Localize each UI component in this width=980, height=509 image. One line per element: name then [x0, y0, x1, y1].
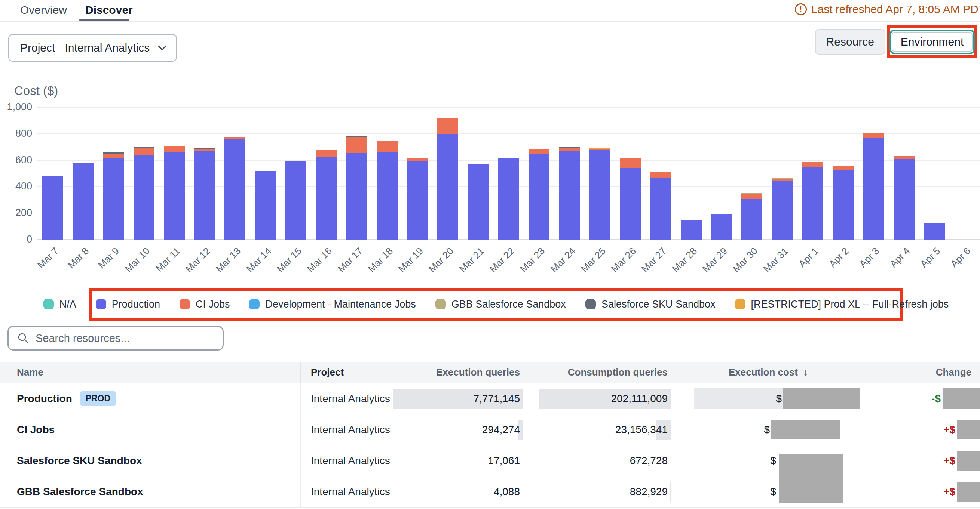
x-axis-label: Mar 16: [301, 245, 334, 279]
resource-name[interactable]: CI Jobs: [17, 424, 55, 436]
project-name: Internal Analytics: [311, 393, 390, 405]
tab-overview[interactable]: Overview: [20, 4, 67, 16]
resource-toggle-button[interactable]: Resource: [815, 29, 885, 55]
redacted-change-block: [957, 482, 980, 501]
bar-mar-23[interactable]: [528, 0, 549, 239]
chart-title: Cost ($): [14, 84, 58, 98]
bar-mar-18[interactable]: [377, 0, 398, 239]
segment-production: [224, 140, 245, 239]
legend-label: GBB Salesforce Sandbox: [452, 299, 566, 310]
project-filter-dropdown[interactable]: Project Internal Analytics: [8, 34, 177, 62]
y-axis-tick: 400: [0, 181, 32, 192]
segment-production: [346, 153, 368, 239]
segment--restricted-prod-xl-full-refresh-jobs: [590, 147, 611, 149]
bar-mar-21[interactable]: [468, 0, 489, 239]
last-refreshed-status: ! Last refreshed Apr 7, 8:05 AM PDT: [795, 3, 980, 16]
last-refreshed-text: Last refreshed Apr 7, 8:05 AM PDT: [811, 3, 980, 16]
legend-item-ci-jobs[interactable]: CI Jobs: [180, 299, 230, 310]
legend-item-development-maintenance-jobs[interactable]: Development - Maintenance Jobs: [249, 299, 415, 310]
search-icon: [18, 333, 29, 344]
bar-mar-25[interactable]: [590, 0, 611, 239]
bar-mar-31[interactable]: [772, 0, 793, 239]
col-header-consumption-queries[interactable]: Consumption queries: [568, 366, 668, 378]
x-axis-label: Mar 18: [362, 245, 395, 279]
segment-production: [833, 170, 854, 239]
col-header-execution-queries[interactable]: Execution queries: [436, 366, 520, 378]
col-header-name[interactable]: Name: [17, 366, 43, 378]
x-axis-label: Mar 30: [726, 245, 760, 279]
sort-desc-icon[interactable]: ↓: [803, 366, 808, 378]
environment-toggle-button[interactable]: Environment: [892, 32, 972, 52]
gridline-400: [37, 186, 980, 187]
change-sign: +$: [943, 455, 955, 467]
bar-mar-28[interactable]: [681, 0, 702, 239]
segment-ci-jobs: [559, 147, 580, 151]
segment-gbb-salesforce-sandbox: [863, 133, 884, 133]
legend-swatch-icon: [435, 299, 446, 309]
legend-item--restricted-prod-xl-full-refresh-jobs[interactable]: [RESTRICTED] Prod XL -- Full-Refresh job…: [735, 299, 949, 310]
resource-name[interactable]: Salesforce SKU Sandbox: [17, 455, 142, 467]
segment-ci-jobs: [833, 166, 854, 170]
segment-ci-jobs: [103, 154, 124, 158]
redacted-cost-block: [783, 388, 860, 409]
legend-item-production[interactable]: Production: [96, 299, 160, 310]
segment-production: [924, 223, 945, 239]
legend-swatch-icon: [249, 299, 259, 309]
bar-mar-24[interactable]: [559, 0, 580, 239]
legend-item-salesforce-sku-sandbox[interactable]: Salesforce SKU Sandbox: [585, 299, 716, 310]
col-header-execution-cost[interactable]: Execution cost: [729, 366, 798, 378]
segment-production: [73, 163, 94, 239]
warning-icon: !: [795, 3, 807, 15]
project-filter-label: Project: [20, 41, 55, 54]
segment-production: [650, 178, 671, 239]
active-tab-underline: [79, 19, 129, 21]
bar-mar-26[interactable]: [620, 0, 641, 239]
legend-swatch-icon: [585, 299, 596, 309]
segment-production: [741, 199, 762, 239]
table-row-ci-jobs[interactable]: CI JobsInternal Analytics294,27423,156,3…: [0, 414, 980, 446]
table-row-production[interactable]: ProductionPRODInternal Analytics7,771,14…: [0, 384, 980, 414]
bar-mar-22[interactable]: [498, 0, 519, 239]
x-axis-label: Mar 10: [119, 245, 152, 279]
bar-mar-15[interactable]: [285, 0, 306, 239]
segment-ci-jobs: [802, 162, 823, 167]
execution-queries-value: 294,274: [482, 424, 520, 436]
legend-swatch-icon: [735, 299, 746, 309]
legend-item-gbb-salesforce-sandbox[interactable]: GBB Salesforce Sandbox: [435, 299, 566, 310]
x-axis-label: Mar 25: [574, 245, 608, 279]
bar-mar-29[interactable]: [711, 0, 732, 239]
legend-item-n-a[interactable]: N/A: [43, 299, 76, 310]
resource-name[interactable]: Production: [17, 393, 72, 405]
resources-table: Name Project Execution queries Consumpti…: [0, 362, 980, 507]
tab-discover[interactable]: Discover: [85, 4, 133, 16]
segment-ci-jobs: [741, 194, 762, 199]
bar-mar-17[interactable]: [346, 0, 368, 239]
x-axis-label: Mar 13: [210, 245, 243, 279]
redacted-change-block: [957, 451, 980, 471]
x-axis-label: Apr 3: [848, 245, 882, 279]
bar-mar-13[interactable]: [224, 0, 245, 239]
bar-mar-14[interactable]: [255, 0, 276, 239]
redacted-cost-block: [770, 420, 840, 439]
x-axis-label: Mar 29: [696, 245, 730, 279]
change-sign: +$: [943, 486, 955, 498]
x-axis-label: Mar 7: [27, 245, 61, 279]
bar-mar-20[interactable]: [437, 0, 458, 239]
segment-ci-jobs: [863, 133, 884, 138]
x-axis-label: Mar 21: [453, 245, 487, 279]
project-name: Internal Analytics: [311, 486, 390, 498]
bar-mar-30[interactable]: [741, 0, 762, 239]
bar-mar-12[interactable]: [194, 0, 215, 239]
col-header-project[interactable]: Project: [311, 366, 344, 378]
col-header-change[interactable]: Change: [936, 366, 971, 378]
resource-name[interactable]: GBB Salesforce Sandbox: [17, 486, 143, 498]
bar-mar-16[interactable]: [316, 0, 337, 239]
legend-label: N/A: [59, 299, 76, 310]
segment-production: [590, 150, 611, 239]
segment-ci-jobs: [894, 156, 915, 159]
segment-ci-jobs: [407, 159, 428, 162]
bar-mar-27[interactable]: [650, 0, 671, 239]
bar-mar-19[interactable]: [407, 0, 428, 239]
tab-bar: Overview Discover ! Last refreshed Apr 7…: [0, 0, 980, 22]
search-input[interactable]: [35, 332, 213, 344]
